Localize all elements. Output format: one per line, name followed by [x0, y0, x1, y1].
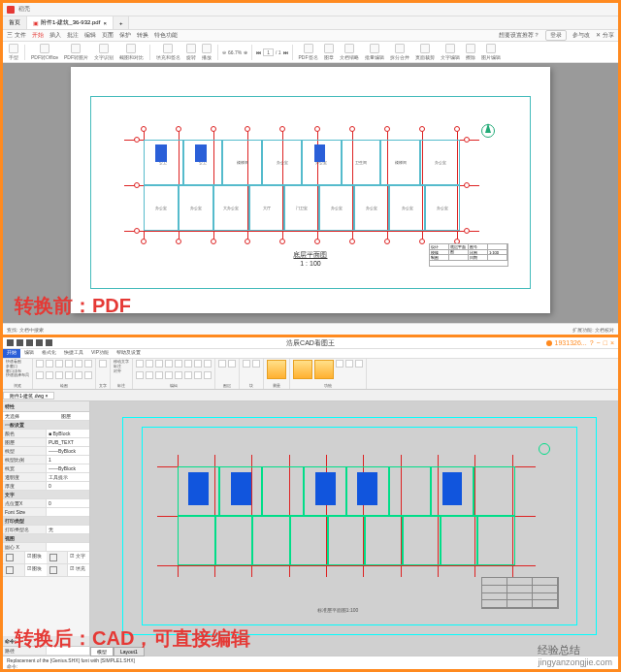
- tool-batch[interactable]: 批量编辑: [363, 44, 386, 60]
- close-icon[interactable]: ×: [610, 339, 614, 346]
- prop-cat: 一般设置: [3, 421, 89, 429]
- cad-menu-format[interactable]: 格式化: [38, 349, 60, 358]
- qat-undo-icon[interactable]: [36, 339, 43, 346]
- cad-menu-help[interactable]: 帮助及设置: [113, 349, 145, 358]
- ribbon-edit: 编辑: [133, 359, 215, 389]
- menu-file[interactable]: 三 文件: [7, 31, 26, 40]
- tool-ocr[interactable]: 文字识别: [92, 44, 115, 60]
- qat-redo-icon[interactable]: [46, 339, 52, 346]
- drawing-frame: for(let i=0;i<=9;i++){document.write('<d…: [90, 96, 532, 288]
- tool-screenshot[interactable]: 截图和对比: [117, 44, 146, 60]
- zoom-level[interactable]: 66.7%: [228, 49, 242, 55]
- room: 楼梯间: [380, 140, 420, 185]
- zoom-out[interactable]: ⊖: [222, 49, 226, 55]
- cad-menu-quick[interactable]: 快捷工具: [60, 349, 87, 358]
- menu-feature[interactable]: 特色功能: [154, 31, 178, 40]
- page-input[interactable]: 1: [263, 48, 274, 56]
- pdf-statusbar: 查找: 文档中搜索 扩展功能: 文档校对: [3, 323, 618, 335]
- pdf-tab-add[interactable]: +: [114, 16, 130, 29]
- zoom-in[interactable]: ⊕: [244, 49, 247, 55]
- cad-username[interactable]: 1931326...: [555, 339, 587, 346]
- func-icon[interactable]: [293, 360, 312, 379]
- menu-feedback[interactable]: 参与改: [572, 31, 590, 40]
- status-search[interactable]: 查找: 文档中搜索: [7, 327, 44, 333]
- cad-compass-icon: [539, 443, 550, 455]
- tool-erase[interactable]: 擦除: [464, 44, 477, 60]
- min-icon[interactable]: −: [597, 339, 601, 346]
- max-icon[interactable]: □: [604, 339, 607, 346]
- rect-icon[interactable]: [65, 360, 73, 368]
- props-select[interactable]: 无选择: [3, 412, 59, 420]
- tool-sign[interactable]: 填充和签名: [154, 44, 182, 60]
- menu-protect[interactable]: 保护: [119, 31, 131, 40]
- room: 公卫: [144, 140, 183, 185]
- measure-icon[interactable]: [267, 360, 286, 379]
- ribbon-view: 快速看图多窗口 窗口排布快速选择布局 浏览: [3, 359, 33, 389]
- label-after: 转换后：CAD，可直接编辑: [15, 625, 250, 652]
- checkbox[interactable]: [6, 554, 14, 561]
- tool-imgedit[interactable]: 图片编辑: [479, 44, 503, 60]
- poly-icon[interactable]: [75, 360, 82, 368]
- line-icon[interactable]: [36, 360, 44, 368]
- tool-textedit[interactable]: 文字编辑: [439, 44, 462, 60]
- menu-share[interactable]: ✕ 分享: [596, 31, 614, 40]
- tool-split[interactable]: 拆分合并: [388, 44, 411, 60]
- room: 楼梯间: [222, 140, 262, 185]
- room: 办公室: [425, 185, 460, 231]
- arc-icon[interactable]: [55, 360, 63, 368]
- user-avatar-icon[interactable]: [546, 340, 552, 346]
- tool-stamp[interactable]: 图章: [322, 44, 336, 60]
- properties-panel: 特性 无选择图层 一般设置 颜色■ ByBlock 图层PUB_TEXT 线型—…: [3, 401, 90, 656]
- qat-icon[interactable]: [7, 339, 14, 346]
- ribbon-layer: 图层: [215, 359, 240, 389]
- tool-play[interactable]: 播放: [200, 44, 213, 60]
- cad-cmdline[interactable]: Replacement of the [Genius.SHX] font wit…: [3, 656, 618, 669]
- menu-start[interactable]: 开始: [32, 31, 44, 40]
- page-nav-last[interactable]: ⏭: [283, 49, 288, 55]
- menu-page[interactable]: 页面: [102, 31, 114, 40]
- cad-canvas[interactable]: for(let i=0;i<=9;i++){document.write('<d…: [90, 401, 618, 656]
- menu-annot[interactable]: 批注: [67, 31, 79, 40]
- room: 办公室: [144, 185, 179, 231]
- menu-suggest[interactable]: 想要设置推荐？: [499, 31, 539, 40]
- tool-hand[interactable]: 手型: [7, 44, 20, 60]
- status-proof[interactable]: 扩展功能: 文档校对: [572, 327, 614, 333]
- ellipse-icon[interactable]: [84, 360, 92, 368]
- menu-login[interactable]: 登录: [545, 30, 567, 41]
- page-nav-first[interactable]: ⏮: [256, 49, 261, 55]
- tool-thumb[interactable]: 文档缩略: [338, 44, 361, 60]
- room: 办公室: [262, 140, 302, 185]
- cad-menu-edit[interactable]: 编辑: [20, 349, 38, 358]
- ribbon-measure: 测量: [264, 359, 290, 389]
- cad-menu-vip[interactable]: VIP功能: [87, 349, 113, 358]
- watermark: 经验总结 jingyanzongjie.com: [538, 643, 612, 667]
- ribbon-block: 块: [240, 359, 264, 389]
- props-layer-btn[interactable]: 图层: [59, 412, 89, 420]
- menu-convert[interactable]: 转换: [137, 31, 148, 40]
- menu-insert[interactable]: 插入: [49, 31, 61, 40]
- cad-doc-tab[interactable]: 附件1-建筑.dwg ×: [3, 392, 54, 400]
- tool-pdf2img[interactable]: PDF转图片: [62, 44, 90, 60]
- cad-drawing-frame: for(let i=0;i<=9;i++){document.write('<d…: [122, 417, 598, 635]
- cad-app-title: 浩辰CAD看图王: [286, 338, 335, 348]
- pdf-tab-home[interactable]: 首页: [3, 16, 27, 29]
- qat-save-icon[interactable]: [26, 339, 33, 346]
- room: 办公室: [389, 185, 424, 231]
- cad-titlebar: 浩辰CAD看图王 1931326... ? − □ ×: [3, 337, 618, 349]
- tool-pdf2office[interactable]: PDF转Office: [29, 44, 60, 60]
- cad-titleblock: [481, 577, 559, 609]
- circle-icon[interactable]: [46, 360, 53, 368]
- room: 卫生间: [342, 140, 381, 185]
- tool-pdfsign[interactable]: PDF签名: [297, 44, 320, 60]
- cad-menu-start[interactable]: 开始: [3, 349, 20, 358]
- qat-open-icon[interactable]: [16, 339, 23, 346]
- page-total: / 1: [276, 49, 281, 55]
- help-icon[interactable]: ?: [590, 339, 594, 346]
- cad-ribbon: 快速看图多窗口 窗口排布快速选择布局 浏览 绘图 文字 移动文字标注对齐 标注: [3, 359, 618, 390]
- text-icon[interactable]: [99, 360, 107, 368]
- tool-rotate[interactable]: 旋转: [184, 44, 198, 60]
- tool-crop[interactable]: 页面裁剪: [413, 44, 437, 60]
- pdf-tab-file[interactable]: ▣附件1-建筑_36-932.pdf×: [27, 16, 114, 29]
- menu-edit[interactable]: 编辑: [84, 31, 96, 40]
- room: 办公室: [179, 185, 213, 231]
